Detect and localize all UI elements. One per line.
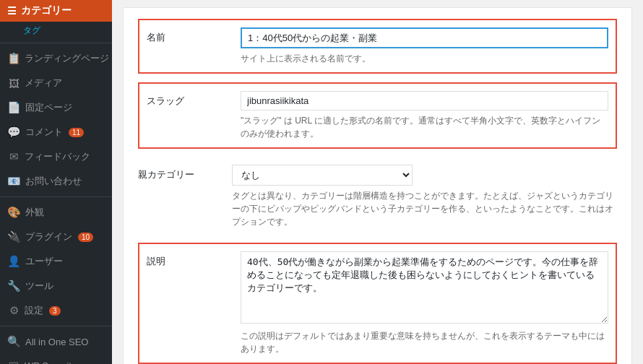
desc-field: 40代、50代が働きながら副業から起業準備をするためのページです。今の仕事を辞め… <box>241 251 608 355</box>
slug-input[interactable] <box>241 91 608 110</box>
comments-label: コメント <box>25 126 63 139</box>
sidebar-top-label: カテゴリー <box>21 4 72 17</box>
name-input[interactable] <box>241 27 608 48</box>
sidebar-item-settings[interactable]: ⚙ 設定 3 <box>0 298 112 323</box>
parent-select[interactable]: なし <box>232 165 413 186</box>
settings-label: 設定 <box>25 304 43 317</box>
sidebar-item-contact[interactable]: 📧 お問い合わせ <box>0 169 112 194</box>
sidebar-top[interactable]: ☰ カテゴリー <box>0 0 112 22</box>
divider-2 <box>0 196 112 197</box>
pages-label: 固定ページ <box>25 101 72 114</box>
desc-label: 説明 <box>147 251 241 268</box>
pages-icon: 📄 <box>7 101 21 114</box>
comments-icon: 💬 <box>7 126 21 139</box>
tag-label: タグ <box>23 25 40 35</box>
sidebar-item-appearance[interactable]: 🎨 外観 <box>0 200 112 225</box>
plugins-badge: 10 <box>78 233 93 242</box>
sidebar-item-pages[interactable]: 📄 固定ページ <box>0 95 112 120</box>
sidebar-item-feedback[interactable]: ✉ フィードバック <box>0 144 112 169</box>
slug-field: "スラッグ" は URL に適した形式の名前です。通常はすべて半角小文字で、英数… <box>241 91 608 140</box>
wpsecurity-icon: 🛡 <box>7 360 20 364</box>
plugins-icon: 🔌 <box>7 230 21 243</box>
contact-label: お問い合わせ <box>25 175 82 188</box>
name-label: 名前 <box>147 27 241 44</box>
slug-field-row: スラッグ "スラッグ" は URL に適した形式の名前です。通常はすべて半角小文… <box>138 82 617 149</box>
divider-1 <box>0 43 112 43</box>
sidebar-item-tag[interactable]: タグ <box>0 22 112 40</box>
name-desc: サイト上に表示される名前です。 <box>241 52 608 65</box>
desc-help: この説明はデフォルトではあまり重要な意味を持ちませんが、これを表示するテーマも中… <box>241 329 608 355</box>
settings-icon: ⚙ <box>7 304 20 317</box>
desc-textarea[interactable]: 40代、50代が働きながら副業から起業準備をするためのページです。今の仕事を辞め… <box>241 251 608 324</box>
plugins-label: プラグイン <box>25 230 72 243</box>
tools-icon: 🔧 <box>7 280 21 292</box>
sidebar-item-tools[interactable]: 🔧 ツール <box>0 274 112 298</box>
users-icon: 👤 <box>7 255 21 268</box>
sidebar-item-media[interactable]: 🖼 メディア <box>0 71 112 95</box>
feedback-label: フィードバック <box>25 150 90 163</box>
parent-field: なし タグとは異なり、カテゴリーは階層構造を持つことができます。たとえば、ジャズ… <box>232 165 617 228</box>
divider-3 <box>0 326 112 326</box>
slug-desc: "スラッグ" は URL に適した形式の名前です。通常はすべて半角小文字で、英数… <box>241 114 608 140</box>
sidebar-item-plugins[interactable]: 🔌 プラグイン 10 <box>0 225 112 249</box>
media-label: メディア <box>25 77 62 90</box>
sidebar-item-allinone[interactable]: 🔍 All in One SEO <box>0 329 112 354</box>
name-field: サイト上に表示される名前です。 <box>241 27 608 65</box>
form-container: 名前 サイト上に表示される名前です。 スラッグ "スラッグ" は URL に適し… <box>123 7 632 364</box>
category-icon: ☰ <box>7 5 17 17</box>
sidebar-item-users[interactable]: 👤 ユーザー <box>0 249 112 274</box>
desc-field-row: 説明 40代、50代が働きながら副業から起業準備をするためのページです。今の仕事… <box>138 243 617 364</box>
contact-icon: 📧 <box>7 175 21 188</box>
main-content: 名前 サイト上に表示される名前です。 スラッグ "スラッグ" は URL に適し… <box>112 0 643 364</box>
wpsecurity-label: WP Security <box>25 360 76 364</box>
users-label: ユーザー <box>25 255 63 268</box>
parent-desc: タグとは異なり、カテゴリーは階層構造を持つことができます。たとえば、ジャズという… <box>232 189 617 228</box>
parent-label: 親カテゴリー <box>138 165 232 181</box>
sidebar-item-wpsecurity[interactable]: 🛡 WP Security <box>0 354 112 364</box>
sidebar: ☰ カテゴリー タグ 📋 ランディングページ 🖼 メディア 📄 固定ページ 💬 … <box>0 0 112 364</box>
parent-field-row: 親カテゴリー なし タグとは異なり、カテゴリーは階層構造を持つことができます。た… <box>138 157 617 235</box>
settings-badge: 3 <box>49 306 61 316</box>
allinone-icon: 🔍 <box>7 335 21 348</box>
sidebar-item-landing[interactable]: 📋 ランディングページ <box>0 46 112 71</box>
landing-icon: 📋 <box>7 52 20 65</box>
landing-label: ランディングページ <box>25 52 109 65</box>
tools-label: ツール <box>25 280 53 292</box>
allinone-label: All in One SEO <box>25 337 88 347</box>
comments-badge: 11 <box>69 128 84 137</box>
media-icon: 🖼 <box>7 77 20 90</box>
feedback-icon: ✉ <box>7 150 20 163</box>
appearance-icon: 🎨 <box>7 206 21 219</box>
slug-label: スラッグ <box>147 91 241 108</box>
name-field-row: 名前 サイト上に表示される名前です。 <box>138 19 617 74</box>
appearance-label: 外観 <box>25 206 44 219</box>
sidebar-item-comments[interactable]: 💬 コメント 11 <box>0 120 112 144</box>
